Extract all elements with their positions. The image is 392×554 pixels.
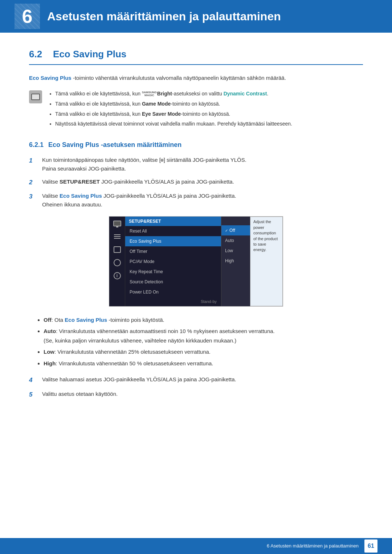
monitor-icon [113, 221, 121, 226]
steps-list: 1 Kun toimintonäppäinopas tulee näyttöön… [29, 156, 363, 209]
main-content: 6.2 Eco Saving Plus Eco Saving Plus -toi… [0, 33, 392, 436]
footer-page-number: 61 [364, 539, 377, 553]
step-4-content: Valitse haluamasi asetus JOG-painikkeell… [42, 375, 363, 384]
menu-item-key-repeat: Key Repeat Time [125, 267, 221, 277]
subsection-number: 6.2.1 [29, 141, 44, 148]
submenu-item-auto: Auto [221, 235, 250, 246]
note-item-4: Näytössä käytettävissä olevat toiminnot … [55, 120, 292, 128]
icon-info-item: i [112, 272, 122, 280]
tooltip-box: Adjust the power consumption of the prod… [250, 217, 283, 306]
step-4-text: Valitse haluamasi asetus JOG-painikkeell… [42, 376, 236, 382]
option-high: High: Virrankulutusta vähennetään 50 % o… [44, 359, 363, 368]
note-item-3: Tämä valikko ei ole käytettävissä, kun E… [55, 110, 292, 119]
chapter-number: 6 [22, 2, 33, 30]
step-num-1: 1 [29, 156, 39, 165]
step-3-text2: JOG-painikkeella YLÖS/ALAS ja paina JOG-… [102, 193, 236, 199]
step-num-5: 5 [29, 390, 39, 399]
description-paragraph: Eco Saving Plus -toiminto vähentää virra… [29, 74, 363, 82]
menu-item-reset-all: Reset All [125, 226, 221, 236]
main-menu: SETUP&RESET Reset All Eco Saving Plus Of… [125, 217, 221, 306]
section-title: Eco Saving Plus [53, 47, 126, 61]
option-off: Off: Ota Eco Saving Plus -toiminto pois … [44, 315, 363, 325]
bright-term: Bright [157, 91, 172, 97]
step-num-4: 4 [29, 375, 39, 385]
menu-item-pcav: PC/AV Mode [125, 257, 221, 267]
network-icon [114, 246, 121, 253]
step-2: 2 Valitse SETUP&RESET JOG-painikkeella Y… [29, 177, 363, 187]
step-num-2: 2 [29, 177, 39, 187]
option-high-label: High [44, 360, 56, 366]
option-auto: Auto: Virrankulutusta vähennetään automa… [44, 327, 363, 345]
menu-item-off-timer: Off Timer [125, 246, 221, 257]
step-2-text2: JOG-painikkeella YLÖS/ALAS ja paina JOG-… [100, 178, 234, 185]
step-num-3: 3 [29, 192, 39, 201]
subsection-title: Eco Saving Plus -asetuksen määrittäminen [48, 141, 181, 148]
step-1-text: Kun toimintonäppäinopas tulee näyttöön, … [42, 157, 161, 163]
step-1-text2: ] siirtämällä JOG-painiketta YLÖS. [164, 157, 246, 163]
submenu-item-low: Low [221, 246, 250, 256]
option-off-eco-term: Eco Saving Plus [65, 317, 107, 323]
note-item-2: Tämä valikko ei ole käytettävissä, kun G… [55, 100, 292, 108]
setup-reset-term: SETUP&RESET [60, 178, 100, 185]
option-off-label: Off [44, 317, 52, 323]
page-footer: 6 Asetusten määrittäminen ja palauttamin… [0, 538, 392, 554]
step-5-content: Valittu asetus otetaan käyttöön. [42, 390, 363, 398]
section-heading: 6.2 Eco Saving Plus [29, 47, 363, 65]
section-number: 6.2 [29, 47, 47, 61]
icon-lines-item [112, 233, 122, 241]
header-title: Asetusten määrittäminen ja palauttaminen [47, 8, 281, 25]
note-box: Tämä valikko ei ole käytettävissä, kun S… [29, 90, 363, 130]
icon-monitor-item [112, 219, 122, 227]
eye-saver-term: Eye Saver Mode [142, 111, 181, 117]
step-1: 1 Kun toimintonäppäinopas tulee näyttöön… [29, 156, 363, 173]
option-auto-sub: (Se, kuinka paljon virrankulutus vähenee… [44, 337, 236, 344]
menu-item-eco-saving: Eco Saving Plus [125, 236, 221, 246]
lines-icon [114, 234, 121, 239]
header-banner: 6 Asetusten määrittäminen ja palauttamin… [0, 0, 392, 33]
note-icon [29, 90, 42, 103]
submenu: Off Auto Low High [221, 217, 250, 306]
gear-icon [114, 259, 121, 266]
footer-text: 6 Asetusten määrittäminen ja palauttamin… [267, 542, 359, 550]
step-1-content: Kun toimintonäppäinopas tulee näyttöön, … [42, 156, 363, 173]
step-5-text: Valittu asetus otetaan käyttöön. [42, 391, 118, 397]
note-list: Tämä valikko ei ole käytettävissä, kun S… [48, 90, 292, 130]
step-1-text3: Paina seuraavaksi JOG-painiketta. [42, 165, 126, 172]
jog-icon: ⊞ [161, 157, 164, 163]
step-4: 4 Valitse haluamasi asetus JOG-painikkee… [29, 375, 363, 385]
game-mode-term: Game Mode [142, 101, 171, 107]
step-3: 3 Valitse Eco Saving Plus JOG-painikkeel… [29, 192, 363, 209]
step-2-text: Valitse [42, 178, 60, 185]
menu-header-label: SETUP&RESET [125, 217, 221, 226]
option-low-label: Low [44, 349, 54, 355]
menu-item-power-led: Power LED On [125, 287, 221, 297]
info-icon: i [114, 272, 121, 279]
icon-bar: i [109, 217, 125, 306]
options-list: Off: Ota Eco Saving Plus -toiminto pois … [29, 315, 363, 368]
menu-screenshot: i SETUP&RESET Reset All Eco Saving Plus … [29, 216, 363, 307]
menu-bottom-label: Stand-by [125, 297, 221, 306]
step-3-content: Valitse Eco Saving Plus JOG-painikkeella… [42, 192, 363, 209]
option-low: Low: Virrankulutusta vähennetään 25% ole… [44, 347, 363, 357]
menu-item-source: Source Detection [125, 277, 221, 287]
step-5: 5 Valittu asetus otetaan käyttöön. [29, 390, 363, 399]
steps-cont-list: 4 Valitse haluamasi asetus JOG-painikkee… [29, 375, 363, 399]
eco-saving-plus-term: Eco Saving Plus [29, 75, 72, 81]
step-3-text: Valitse [42, 193, 60, 199]
subsection-heading: 6.2.1 Eco Saving Plus -asetuksen määritt… [29, 140, 363, 150]
step-3-text3: Oheinen ikkuna avautuu. [42, 201, 102, 208]
note-item-1: Tämä valikko ei ole käytettävissä, kun S… [55, 90, 292, 98]
submenu-item-high: High [221, 256, 250, 266]
submenu-item-off: Off [221, 225, 250, 235]
eco-saving-plus-term-2: Eco Saving Plus [60, 193, 102, 199]
icon-gear-item [112, 259, 122, 267]
menu-container: i SETUP&RESET Reset All Eco Saving Plus … [109, 216, 283, 307]
samsung-magic-logo: SAMSUNGMAGIC [142, 91, 157, 97]
step-2-content: Valitse SETUP&RESET JOG-painikkeella YLÖ… [42, 177, 363, 186]
chapter-number-block: 6 [15, 4, 40, 29]
icon-network-item [112, 246, 122, 254]
description-text: -toiminto vähentää virrankulutusta valvo… [73, 75, 286, 81]
dynamic-contrast-term: Dynamic Contrast [224, 91, 267, 97]
option-auto-label: Auto [44, 328, 56, 334]
